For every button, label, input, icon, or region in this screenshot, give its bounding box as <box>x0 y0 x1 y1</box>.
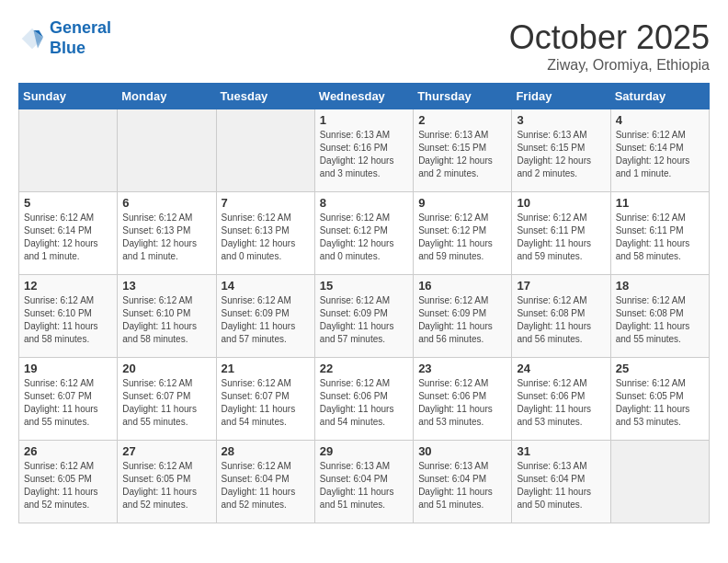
week-row-3: 12Sunrise: 6:12 AM Sunset: 6:10 PM Dayli… <box>19 275 710 358</box>
calendar-cell-w3-d3: 14Sunrise: 6:12 AM Sunset: 6:09 PM Dayli… <box>216 275 314 358</box>
calendar-cell-w5-d4: 29Sunrise: 6:13 AM Sunset: 6:04 PM Dayli… <box>314 441 413 523</box>
calendar-cell-w2-d1: 5Sunrise: 6:12 AM Sunset: 6:14 PM Daylig… <box>19 192 118 275</box>
calendar-cell-w1-d4: 1Sunrise: 6:13 AM Sunset: 6:16 PM Daylig… <box>314 109 413 192</box>
day-number: 31 <box>517 444 605 458</box>
calendar-cell-w1-d1 <box>19 109 118 192</box>
calendar-cell-w2-d7: 11Sunrise: 6:12 AM Sunset: 6:11 PM Dayli… <box>610 192 709 275</box>
day-info: Sunrise: 6:12 AM Sunset: 6:06 PM Dayligh… <box>418 377 506 429</box>
calendar-subtitle: Ziway, Oromiya, Ethiopia <box>509 57 710 74</box>
day-info: Sunrise: 6:12 AM Sunset: 6:12 PM Dayligh… <box>320 212 408 263</box>
calendar-cell-w1-d2 <box>118 109 216 192</box>
day-info: Sunrise: 6:12 AM Sunset: 6:06 PM Dayligh… <box>517 377 605 429</box>
calendar-cell-w5-d2: 27Sunrise: 6:12 AM Sunset: 6:05 PM Dayli… <box>118 441 216 523</box>
day-number: 2 <box>418 113 506 127</box>
calendar-cell-w4-d7: 25Sunrise: 6:12 AM Sunset: 6:05 PM Dayli… <box>610 358 709 441</box>
day-info: Sunrise: 6:13 AM Sunset: 6:04 PM Dayligh… <box>418 460 506 511</box>
calendar-cell-w4-d5: 23Sunrise: 6:12 AM Sunset: 6:06 PM Dayli… <box>414 358 512 441</box>
calendar-cell-w4-d2: 20Sunrise: 6:12 AM Sunset: 6:07 PM Dayli… <box>118 358 216 441</box>
calendar-cell-w2-d6: 10Sunrise: 6:12 AM Sunset: 6:11 PM Dayli… <box>512 192 610 275</box>
day-number: 3 <box>517 113 605 127</box>
header-sunday: Sunday <box>19 84 118 109</box>
day-info: Sunrise: 6:12 AM Sunset: 6:09 PM Dayligh… <box>418 294 506 346</box>
calendar-cell-w5-d1: 26Sunrise: 6:12 AM Sunset: 6:05 PM Dayli… <box>19 441 118 523</box>
calendar-cell-w5-d6: 31Sunrise: 6:13 AM Sunset: 6:04 PM Dayli… <box>512 441 610 523</box>
day-number: 18 <box>616 279 704 293</box>
day-number: 19 <box>24 362 112 375</box>
day-number: 25 <box>616 362 704 375</box>
header-tuesday: Tuesday <box>216 84 314 109</box>
calendar-cell-w2-d5: 9Sunrise: 6:12 AM Sunset: 6:12 PM Daylig… <box>414 192 512 275</box>
title-block: October 2025 Ziway, Oromiya, Ethiopia <box>509 18 710 74</box>
day-info: Sunrise: 6:12 AM Sunset: 6:08 PM Dayligh… <box>616 294 704 346</box>
header-thursday: Thursday <box>414 84 512 109</box>
day-number: 6 <box>122 196 210 210</box>
day-info: Sunrise: 6:13 AM Sunset: 6:04 PM Dayligh… <box>517 460 605 511</box>
day-info: Sunrise: 6:12 AM Sunset: 6:14 PM Dayligh… <box>616 129 704 180</box>
week-row-2: 5Sunrise: 6:12 AM Sunset: 6:14 PM Daylig… <box>19 192 710 275</box>
day-info: Sunrise: 6:12 AM Sunset: 6:09 PM Dayligh… <box>222 294 310 346</box>
calendar-cell-w3-d4: 15Sunrise: 6:12 AM Sunset: 6:09 PM Dayli… <box>314 275 413 358</box>
calendar-cell-w3-d6: 17Sunrise: 6:12 AM Sunset: 6:08 PM Dayli… <box>512 275 610 358</box>
day-number: 13 <box>122 279 210 293</box>
day-info: Sunrise: 6:12 AM Sunset: 6:11 PM Dayligh… <box>517 212 605 263</box>
day-info: Sunrise: 6:12 AM Sunset: 6:09 PM Dayligh… <box>320 294 408 346</box>
day-info: Sunrise: 6:12 AM Sunset: 6:05 PM Dayligh… <box>122 460 210 511</box>
day-number: 24 <box>517 362 605 375</box>
calendar-cell-w4-d1: 19Sunrise: 6:12 AM Sunset: 6:07 PM Dayli… <box>19 358 118 441</box>
day-info: Sunrise: 6:12 AM Sunset: 6:06 PM Dayligh… <box>320 377 408 429</box>
day-number: 28 <box>222 444 310 458</box>
day-info: Sunrise: 6:13 AM Sunset: 6:15 PM Dayligh… <box>418 129 506 180</box>
week-row-4: 19Sunrise: 6:12 AM Sunset: 6:07 PM Dayli… <box>19 358 710 441</box>
calendar-cell-w5-d5: 30Sunrise: 6:13 AM Sunset: 6:04 PM Dayli… <box>414 441 512 523</box>
logo-text: General Blue <box>50 18 111 58</box>
calendar-cell-w3-d7: 18Sunrise: 6:12 AM Sunset: 6:08 PM Dayli… <box>610 275 709 358</box>
calendar-cell-w1-d5: 2Sunrise: 6:13 AM Sunset: 6:15 PM Daylig… <box>414 109 512 192</box>
day-number: 26 <box>24 444 112 458</box>
day-number: 11 <box>616 196 704 210</box>
day-info: Sunrise: 6:12 AM Sunset: 6:07 PM Dayligh… <box>222 377 310 429</box>
day-number: 29 <box>320 444 408 458</box>
header-monday: Monday <box>118 84 216 109</box>
day-number: 14 <box>222 279 310 293</box>
day-number: 22 <box>320 362 408 375</box>
header-wednesday: Wednesday <box>314 84 413 109</box>
week-row-1: 1Sunrise: 6:13 AM Sunset: 6:16 PM Daylig… <box>19 109 710 192</box>
day-number: 20 <box>122 362 210 375</box>
calendar-table: Sunday Monday Tuesday Wednesday Thursday… <box>18 83 710 523</box>
day-info: Sunrise: 6:12 AM Sunset: 6:10 PM Dayligh… <box>122 294 210 346</box>
day-number: 1 <box>320 113 408 127</box>
day-number: 30 <box>418 444 506 458</box>
calendar-title: October 2025 <box>509 18 710 57</box>
day-number: 8 <box>320 196 408 210</box>
day-info: Sunrise: 6:12 AM Sunset: 6:07 PM Dayligh… <box>122 377 210 429</box>
day-number: 17 <box>517 279 605 293</box>
day-info: Sunrise: 6:12 AM Sunset: 6:13 PM Dayligh… <box>122 212 210 263</box>
day-number: 7 <box>222 196 310 210</box>
header-saturday: Saturday <box>610 84 709 109</box>
day-number: 5 <box>24 196 112 210</box>
day-number: 16 <box>418 279 506 293</box>
day-info: Sunrise: 6:12 AM Sunset: 6:10 PM Dayligh… <box>24 294 112 346</box>
calendar-cell-w4-d3: 21Sunrise: 6:12 AM Sunset: 6:07 PM Dayli… <box>216 358 314 441</box>
day-number: 15 <box>320 279 408 293</box>
day-number: 9 <box>418 196 506 210</box>
day-number: 10 <box>517 196 605 210</box>
day-info: Sunrise: 6:12 AM Sunset: 6:04 PM Dayligh… <box>222 460 310 511</box>
day-number: 21 <box>222 362 310 375</box>
calendar-header-row: Sunday Monday Tuesday Wednesday Thursday… <box>19 84 710 109</box>
day-info: Sunrise: 6:13 AM Sunset: 6:04 PM Dayligh… <box>320 460 408 511</box>
calendar-cell-w2-d2: 6Sunrise: 6:12 AM Sunset: 6:13 PM Daylig… <box>118 192 216 275</box>
header-friday: Friday <box>512 84 610 109</box>
day-info: Sunrise: 6:13 AM Sunset: 6:16 PM Dayligh… <box>320 129 408 180</box>
day-info: Sunrise: 6:12 AM Sunset: 6:13 PM Dayligh… <box>222 212 310 263</box>
week-row-5: 26Sunrise: 6:12 AM Sunset: 6:05 PM Dayli… <box>19 441 710 523</box>
day-info: Sunrise: 6:12 AM Sunset: 6:11 PM Dayligh… <box>616 212 704 263</box>
calendar-cell-w4-d4: 22Sunrise: 6:12 AM Sunset: 6:06 PM Dayli… <box>314 358 413 441</box>
day-info: Sunrise: 6:12 AM Sunset: 6:07 PM Dayligh… <box>24 377 112 429</box>
calendar-cell-w3-d1: 12Sunrise: 6:12 AM Sunset: 6:10 PM Dayli… <box>19 275 118 358</box>
calendar-cell-w2-d4: 8Sunrise: 6:12 AM Sunset: 6:12 PM Daylig… <box>314 192 413 275</box>
day-number: 12 <box>24 279 112 293</box>
calendar-cell-w2-d3: 7Sunrise: 6:12 AM Sunset: 6:13 PM Daylig… <box>216 192 314 275</box>
calendar-cell-w1-d6: 3Sunrise: 6:13 AM Sunset: 6:15 PM Daylig… <box>512 109 610 192</box>
day-number: 4 <box>616 113 704 127</box>
